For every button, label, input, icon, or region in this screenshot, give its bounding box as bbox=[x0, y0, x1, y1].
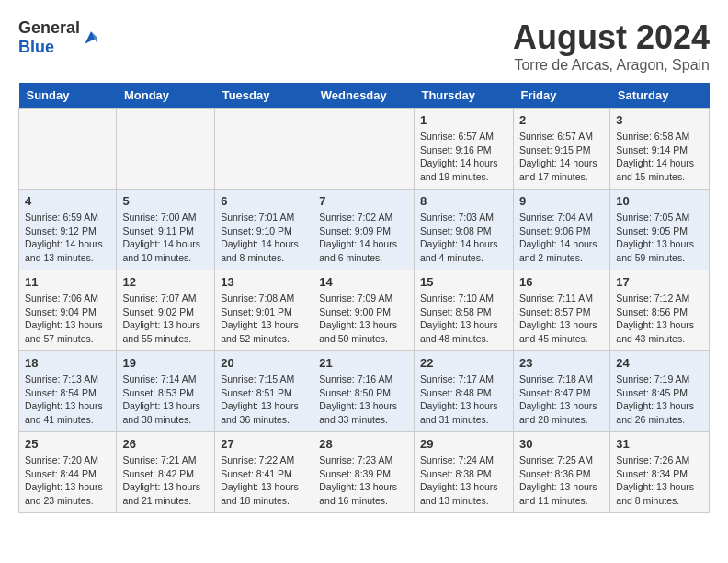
calendar-cell: 27Sunrise: 7:22 AM Sunset: 8:41 PM Dayli… bbox=[215, 432, 313, 513]
day-number: 30 bbox=[519, 437, 604, 451]
weekday-header: Thursday bbox=[414, 83, 513, 109]
logo-general: General bbox=[18, 18, 80, 38]
weekday-header: Monday bbox=[117, 83, 215, 109]
calendar-cell: 14Sunrise: 7:09 AM Sunset: 9:00 PM Dayli… bbox=[313, 270, 415, 351]
day-number: 25 bbox=[25, 437, 110, 451]
calendar-cell: 1Sunrise: 6:57 AM Sunset: 9:16 PM Daylig… bbox=[414, 109, 513, 190]
logo: General Blue bbox=[18, 18, 100, 57]
day-info: Sunrise: 7:01 AM Sunset: 9:10 PM Dayligh… bbox=[221, 211, 307, 265]
calendar-cell bbox=[313, 109, 415, 190]
day-info: Sunrise: 7:08 AM Sunset: 9:01 PM Dayligh… bbox=[221, 292, 307, 346]
day-number: 27 bbox=[221, 437, 307, 451]
day-number: 10 bbox=[616, 194, 703, 208]
day-info: Sunrise: 7:04 AM Sunset: 9:06 PM Dayligh… bbox=[519, 211, 604, 265]
day-number: 24 bbox=[616, 356, 703, 370]
calendar-cell: 28Sunrise: 7:23 AM Sunset: 8:39 PM Dayli… bbox=[313, 432, 415, 513]
calendar-cell: 26Sunrise: 7:21 AM Sunset: 8:42 PM Dayli… bbox=[117, 432, 215, 513]
weekday-header: Friday bbox=[513, 83, 609, 109]
day-info: Sunrise: 7:19 AM Sunset: 8:45 PM Dayligh… bbox=[616, 373, 703, 427]
calendar-week-row: 11Sunrise: 7:06 AM Sunset: 9:04 PM Dayli… bbox=[19, 270, 710, 351]
day-info: Sunrise: 7:22 AM Sunset: 8:41 PM Dayligh… bbox=[221, 454, 307, 508]
day-number: 15 bbox=[420, 275, 507, 289]
day-number: 7 bbox=[319, 194, 408, 208]
day-info: Sunrise: 6:57 AM Sunset: 9:15 PM Dayligh… bbox=[519, 130, 604, 184]
day-info: Sunrise: 6:59 AM Sunset: 9:12 PM Dayligh… bbox=[25, 211, 110, 265]
logo-icon bbox=[82, 29, 100, 47]
day-number: 9 bbox=[519, 194, 604, 208]
day-number: 26 bbox=[122, 437, 209, 451]
day-number: 29 bbox=[420, 437, 507, 451]
day-info: Sunrise: 7:06 AM Sunset: 9:04 PM Dayligh… bbox=[25, 292, 110, 346]
day-info: Sunrise: 7:10 AM Sunset: 8:58 PM Dayligh… bbox=[420, 292, 507, 346]
day-number: 28 bbox=[319, 437, 408, 451]
day-number: 4 bbox=[25, 194, 110, 208]
day-info: Sunrise: 7:25 AM Sunset: 8:36 PM Dayligh… bbox=[519, 454, 604, 508]
day-number: 17 bbox=[616, 275, 703, 289]
calendar-cell: 2Sunrise: 6:57 AM Sunset: 9:15 PM Daylig… bbox=[513, 109, 609, 190]
calendar-cell: 19Sunrise: 7:14 AM Sunset: 8:53 PM Dayli… bbox=[117, 351, 215, 432]
day-number: 20 bbox=[221, 356, 307, 370]
day-info: Sunrise: 7:11 AM Sunset: 8:57 PM Dayligh… bbox=[519, 292, 604, 346]
day-info: Sunrise: 7:23 AM Sunset: 8:39 PM Dayligh… bbox=[319, 454, 408, 508]
calendar-week-row: 18Sunrise: 7:13 AM Sunset: 8:54 PM Dayli… bbox=[19, 351, 710, 432]
day-number: 3 bbox=[616, 113, 703, 127]
calendar-cell: 8Sunrise: 7:03 AM Sunset: 9:08 PM Daylig… bbox=[414, 190, 513, 270]
day-info: Sunrise: 7:26 AM Sunset: 8:34 PM Dayligh… bbox=[616, 454, 703, 508]
calendar-cell: 21Sunrise: 7:16 AM Sunset: 8:50 PM Dayli… bbox=[313, 351, 415, 432]
month-title: August 2024 bbox=[513, 18, 710, 57]
day-number: 11 bbox=[25, 275, 110, 289]
weekday-header: Tuesday bbox=[215, 83, 313, 109]
calendar-cell: 5Sunrise: 7:00 AM Sunset: 9:11 PM Daylig… bbox=[117, 190, 215, 270]
day-info: Sunrise: 7:16 AM Sunset: 8:50 PM Dayligh… bbox=[319, 373, 408, 427]
calendar-cell: 18Sunrise: 7:13 AM Sunset: 8:54 PM Dayli… bbox=[19, 351, 117, 432]
day-number: 16 bbox=[519, 275, 604, 289]
calendar-week-row: 1Sunrise: 6:57 AM Sunset: 9:16 PM Daylig… bbox=[19, 109, 710, 190]
calendar-cell: 4Sunrise: 6:59 AM Sunset: 9:12 PM Daylig… bbox=[19, 190, 117, 270]
title-block: August 2024 Torre de Arcas, Aragon, Spai… bbox=[513, 18, 710, 74]
calendar-week-row: 4Sunrise: 6:59 AM Sunset: 9:12 PM Daylig… bbox=[19, 190, 710, 270]
calendar-cell: 29Sunrise: 7:24 AM Sunset: 8:38 PM Dayli… bbox=[414, 432, 513, 513]
calendar-cell: 24Sunrise: 7:19 AM Sunset: 8:45 PM Dayli… bbox=[610, 351, 710, 432]
day-info: Sunrise: 7:18 AM Sunset: 8:47 PM Dayligh… bbox=[519, 373, 604, 427]
day-number: 21 bbox=[319, 356, 408, 370]
calendar-cell: 7Sunrise: 7:02 AM Sunset: 9:09 PM Daylig… bbox=[313, 190, 415, 270]
day-number: 14 bbox=[319, 275, 408, 289]
calendar-cell: 23Sunrise: 7:18 AM Sunset: 8:47 PM Dayli… bbox=[513, 351, 609, 432]
calendar-cell: 6Sunrise: 7:01 AM Sunset: 9:10 PM Daylig… bbox=[215, 190, 313, 270]
calendar-cell: 10Sunrise: 7:05 AM Sunset: 9:05 PM Dayli… bbox=[610, 190, 710, 270]
page-header: General Blue August 2024 Torre de Arcas,… bbox=[18, 18, 710, 74]
calendar-cell: 3Sunrise: 6:58 AM Sunset: 9:14 PM Daylig… bbox=[610, 109, 710, 190]
calendar-table: SundayMondayTuesdayWednesdayThursdayFrid… bbox=[18, 83, 710, 513]
weekday-header: Sunday bbox=[19, 83, 117, 109]
calendar-cell: 15Sunrise: 7:10 AM Sunset: 8:58 PM Dayli… bbox=[414, 270, 513, 351]
calendar-cell: 11Sunrise: 7:06 AM Sunset: 9:04 PM Dayli… bbox=[19, 270, 117, 351]
day-info: Sunrise: 7:12 AM Sunset: 8:56 PM Dayligh… bbox=[616, 292, 703, 346]
calendar-cell: 16Sunrise: 7:11 AM Sunset: 8:57 PM Dayli… bbox=[513, 270, 609, 351]
day-info: Sunrise: 7:00 AM Sunset: 9:11 PM Dayligh… bbox=[122, 211, 209, 265]
day-info: Sunrise: 6:57 AM Sunset: 9:16 PM Dayligh… bbox=[420, 130, 507, 184]
weekday-header-row: SundayMondayTuesdayWednesdayThursdayFrid… bbox=[19, 83, 710, 109]
day-number: 13 bbox=[221, 275, 307, 289]
calendar-cell: 9Sunrise: 7:04 AM Sunset: 9:06 PM Daylig… bbox=[513, 190, 609, 270]
day-info: Sunrise: 7:13 AM Sunset: 8:54 PM Dayligh… bbox=[25, 373, 110, 427]
day-info: Sunrise: 7:20 AM Sunset: 8:44 PM Dayligh… bbox=[25, 454, 110, 508]
day-info: Sunrise: 6:58 AM Sunset: 9:14 PM Dayligh… bbox=[616, 130, 703, 184]
weekday-header: Wednesday bbox=[313, 83, 415, 109]
calendar-cell: 31Sunrise: 7:26 AM Sunset: 8:34 PM Dayli… bbox=[610, 432, 710, 513]
calendar-cell: 25Sunrise: 7:20 AM Sunset: 8:44 PM Dayli… bbox=[19, 432, 117, 513]
calendar-cell bbox=[19, 109, 117, 190]
calendar-week-row: 25Sunrise: 7:20 AM Sunset: 8:44 PM Dayli… bbox=[19, 432, 710, 513]
day-number: 12 bbox=[122, 275, 209, 289]
calendar-cell: 30Sunrise: 7:25 AM Sunset: 8:36 PM Dayli… bbox=[513, 432, 609, 513]
day-number: 8 bbox=[420, 194, 507, 208]
calendar-cell: 22Sunrise: 7:17 AM Sunset: 8:48 PM Dayli… bbox=[414, 351, 513, 432]
calendar-cell: 20Sunrise: 7:15 AM Sunset: 8:51 PM Dayli… bbox=[215, 351, 313, 432]
day-number: 6 bbox=[221, 194, 307, 208]
day-info: Sunrise: 7:07 AM Sunset: 9:02 PM Dayligh… bbox=[122, 292, 209, 346]
location: Torre de Arcas, Aragon, Spain bbox=[513, 57, 710, 74]
day-number: 1 bbox=[420, 113, 507, 127]
day-number: 23 bbox=[519, 356, 604, 370]
calendar-cell: 17Sunrise: 7:12 AM Sunset: 8:56 PM Dayli… bbox=[610, 270, 710, 351]
day-info: Sunrise: 7:24 AM Sunset: 8:38 PM Dayligh… bbox=[420, 454, 507, 508]
day-number: 18 bbox=[25, 356, 110, 370]
